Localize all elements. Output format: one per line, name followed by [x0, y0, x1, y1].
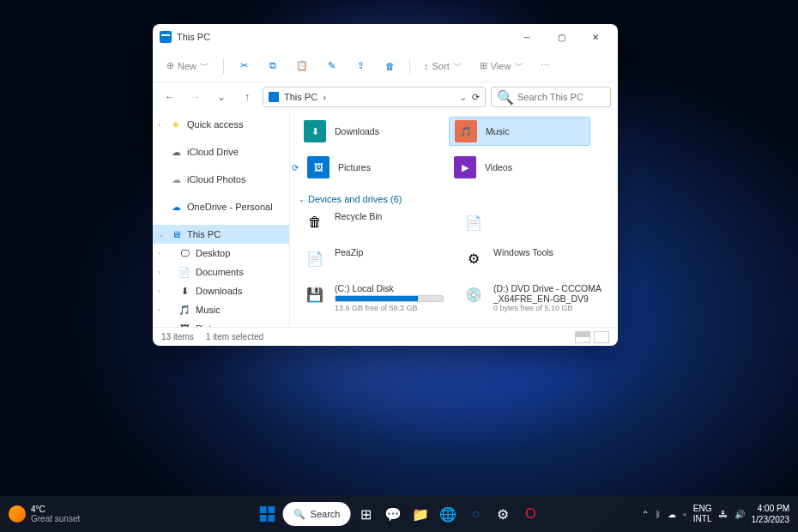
- sidebar-item-label: Quick access: [187, 119, 243, 130]
- item-count: 13 items: [161, 332, 194, 342]
- section-devices[interactable]: ⌄Devices and drives (6): [299, 189, 609, 208]
- document-icon: 📄: [178, 266, 190, 278]
- copy-icon: ⧉: [267, 60, 279, 72]
- forward-button[interactable]: →: [185, 87, 206, 107]
- cut-button[interactable]: ✂: [231, 57, 257, 76]
- dvd-icon: 💿: [462, 283, 485, 305]
- refresh-icon[interactable]: ⟳: [472, 92, 480, 103]
- item-label: (C:) Local Disk: [335, 283, 444, 293]
- sidebar-item-icloud-drive[interactable]: ☁iCloud Drive: [153, 142, 289, 161]
- search-input[interactable]: [517, 92, 605, 102]
- svg-rect-2: [260, 515, 267, 522]
- chevron-right-icon: ›: [158, 287, 160, 295]
- tray-chevron-icon[interactable]: ⌃: [642, 510, 649, 519]
- clock[interactable]: 4:00 PM 1/23/2023: [752, 503, 790, 525]
- tools-icon: ⚙: [462, 247, 485, 269]
- svg-rect-0: [260, 506, 267, 513]
- sort-label: Sort: [432, 61, 450, 71]
- chat-app[interactable]: 💬: [381, 502, 405, 526]
- start-button[interactable]: [256, 502, 280, 526]
- folder-label: Music: [486, 126, 509, 136]
- sidebar-item-icloud-photos[interactable]: ☁iCloud Photos: [153, 170, 289, 189]
- taskbar-search[interactable]: 🔍Search: [283, 502, 351, 526]
- chevron-right-icon: ›: [158, 325, 160, 328]
- item-file[interactable]: 📄: [457, 208, 608, 237]
- paste-icon: 📋: [296, 60, 308, 72]
- cloud-icon: ☁: [170, 173, 182, 185]
- search-icon: 🔍: [293, 509, 305, 520]
- folder-label: Pictures: [338, 162, 371, 172]
- system-tray: ⌃ ᛒ ☁ ▫ ENG INTL 🖧 🔊 4:00 PM 1/23/2023: [642, 503, 789, 525]
- app-tray-icon[interactable]: ▫: [683, 510, 686, 519]
- recycle-bin-icon: 🗑: [304, 211, 326, 233]
- sidebar-item-onedrive[interactable]: ☁OneDrive - Personal: [153, 197, 289, 216]
- share-button[interactable]: ⇪: [348, 57, 373, 76]
- sidebar-item-pictures[interactable]: ›🖼Pictures: [153, 319, 289, 327]
- rename-icon: ✎: [325, 60, 337, 72]
- chevron-right-icon: ›: [323, 92, 326, 102]
- close-button[interactable]: ✕: [580, 25, 611, 49]
- thumbnails-view-button[interactable]: [594, 331, 609, 343]
- volume-icon[interactable]: 🔊: [735, 510, 745, 519]
- paste-button[interactable]: 📋: [289, 57, 315, 76]
- weather-widget[interactable]: 4°C Great sunset: [9, 505, 80, 523]
- search-box[interactable]: 🔍: [491, 87, 611, 107]
- cortana-app[interactable]: ○: [463, 502, 487, 526]
- file-explorer-app[interactable]: 📁: [408, 502, 432, 526]
- item-label: (D:) DVD Drive - CCCOMA_X64FRE_EN-GB_DV9: [493, 283, 602, 304]
- sidebar-item-quick-access[interactable]: ›★Quick access: [153, 115, 289, 134]
- breadcrumb[interactable]: This PC: [284, 92, 317, 102]
- sort-button[interactable]: ↕ Sort ﹀: [417, 56, 469, 76]
- sunset-icon: [9, 505, 26, 523]
- storage-bar: [335, 295, 444, 302]
- sidebar-item-documents[interactable]: ›📄Documents: [153, 263, 289, 281]
- sidebar-item-desktop[interactable]: ›🖵Desktop: [153, 244, 289, 263]
- maximize-button[interactable]: ▢: [546, 25, 577, 49]
- settings-app[interactable]: ⚙: [491, 502, 515, 526]
- folder-music[interactable]: 🎵 Music: [449, 117, 590, 146]
- scissors-icon: ✂: [238, 60, 250, 72]
- folder-videos[interactable]: ▶ Videos: [449, 153, 590, 182]
- copy-button[interactable]: ⧉: [260, 57, 286, 76]
- item-recycle-bin[interactable]: 🗑 Recycle Bin: [299, 208, 449, 237]
- search-icon: 🔍: [497, 89, 514, 106]
- minimize-button[interactable]: ─: [511, 25, 542, 49]
- folder-downloads[interactable]: ⬇ Downloads: [299, 117, 440, 146]
- task-view-button[interactable]: ⊞: [354, 502, 378, 526]
- network-icon[interactable]: 🖧: [719, 510, 728, 519]
- disk-icon: 💾: [304, 283, 326, 305]
- details-view-button[interactable]: [575, 331, 590, 343]
- music-icon: 🎵: [178, 304, 190, 316]
- bluetooth-icon[interactable]: ᛒ: [656, 510, 661, 519]
- item-peazip[interactable]: 📄 PeaZip: [299, 244, 449, 273]
- folder-pictures[interactable]: ⟳ 🖼 Pictures: [299, 153, 440, 182]
- search-label: Search: [311, 509, 341, 519]
- star-icon: ★: [170, 118, 182, 130]
- new-label: New: [178, 61, 196, 71]
- rename-button[interactable]: ✎: [318, 57, 344, 76]
- trash-icon: 🗑: [384, 60, 396, 72]
- section-label: Devices and drives (6): [308, 194, 402, 204]
- sidebar-item-this-pc[interactable]: ⌄🖥This PC: [153, 225, 289, 244]
- address-path[interactable]: This PC › ⌄ ⟳: [263, 87, 486, 107]
- dropdown-icon[interactable]: ⌄: [459, 92, 467, 103]
- sidebar-item-downloads[interactable]: ›⬇Downloads: [153, 281, 289, 300]
- edge-app[interactable]: 🌐: [436, 502, 460, 526]
- recent-button[interactable]: ⌄: [211, 87, 232, 107]
- new-button[interactable]: ⊕ New ﹀: [160, 56, 216, 76]
- language-indicator[interactable]: ENG INTL: [693, 504, 712, 524]
- opera-app[interactable]: O: [518, 502, 542, 526]
- back-button[interactable]: ←: [160, 87, 180, 107]
- onedrive-tray-icon[interactable]: ☁: [668, 510, 676, 519]
- delete-button[interactable]: 🗑: [377, 57, 402, 76]
- lang-bot: INTL: [693, 514, 712, 524]
- item-label: Windows Tools: [493, 247, 602, 257]
- up-button[interactable]: ↑: [237, 87, 257, 107]
- sidebar-item-music[interactable]: ›🎵Music: [153, 300, 289, 319]
- item-dvd-drive-d[interactable]: 💿 (D:) DVD Drive - CCCOMA_X64FRE_EN-GB_D…: [457, 280, 608, 316]
- weather-temp: 4°C: [31, 505, 80, 514]
- item-local-disk-c[interactable]: 💾 (C:) Local Disk 13.6 GB free of 59.3 G…: [299, 280, 449, 316]
- item-windows-tools[interactable]: ⚙ Windows Tools: [457, 244, 608, 273]
- more-button[interactable]: ⋯: [534, 57, 557, 75]
- view-button[interactable]: ⊞ View ﹀: [473, 56, 531, 76]
